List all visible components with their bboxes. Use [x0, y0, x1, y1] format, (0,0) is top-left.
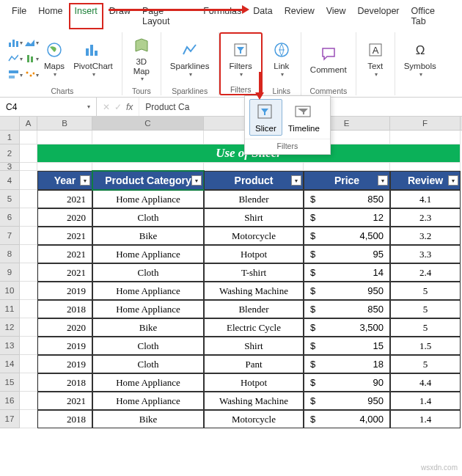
cell-review[interactable]: 5: [390, 282, 461, 300]
cell-review[interactable]: 4.1: [390, 190, 461, 208]
cell-year[interactable]: 2019: [37, 337, 92, 355]
filter-button[interactable]: ▼: [80, 175, 90, 186]
table-header-year[interactable]: Year▼: [37, 171, 92, 190]
filter-button[interactable]: ▼: [448, 175, 458, 186]
row-header-1[interactable]: 1: [0, 131, 20, 144]
table-header-price[interactable]: Price▼: [304, 171, 390, 190]
cell-product[interactable]: Shirt: [204, 208, 304, 227]
3dmap-button[interactable]: 3D Map ▾: [127, 32, 156, 85]
cell-review[interactable]: 3.3: [390, 245, 461, 263]
row-header-8[interactable]: 8: [0, 245, 20, 263]
filter-button[interactable]: ▼: [191, 175, 202, 186]
cell[interactable]: [92, 131, 204, 144]
cell[interactable]: [390, 163, 461, 171]
cell[interactable]: [20, 263, 37, 282]
cell[interactable]: [20, 300, 37, 318]
cell-product[interactable]: Pant: [204, 355, 304, 373]
cell-product[interactable]: Shirt: [204, 337, 304, 355]
maps-button[interactable]: Maps ▾: [40, 37, 69, 81]
cell-year[interactable]: 2021: [37, 392, 92, 410]
name-box[interactable]: C4 ▾: [0, 98, 97, 116]
cell[interactable]: [20, 190, 37, 208]
tab-developer[interactable]: Developer: [352, 3, 406, 29]
pivotchart-button[interactable]: PivotChart ▾: [69, 37, 117, 81]
cell-product[interactable]: Motorcycle: [204, 410, 304, 428]
tab-file[interactable]: File: [6, 3, 32, 29]
row-header-4[interactable]: 4: [0, 171, 20, 190]
col-header-C[interactable]: C: [92, 117, 204, 130]
cell[interactable]: [20, 208, 37, 227]
cell[interactable]: [20, 245, 37, 263]
chart-btn-6[interactable]: ▾: [24, 67, 39, 82]
cell-review[interactable]: 3.2: [390, 227, 461, 245]
cell-price[interactable]: $950: [304, 392, 390, 410]
cell-year[interactable]: 2019: [37, 355, 92, 373]
cell-product[interactable]: Washing Machine: [204, 282, 304, 300]
tab-office-tab[interactable]: Office Tab: [406, 3, 456, 29]
cell-category[interactable]: Cloth: [92, 337, 204, 355]
cell[interactable]: [37, 131, 92, 144]
row-header-11[interactable]: 11: [0, 300, 20, 318]
table-header-product[interactable]: Product▼: [204, 171, 304, 190]
cell[interactable]: [20, 337, 37, 355]
cell-product[interactable]: Blender: [204, 300, 304, 318]
cell-price[interactable]: $12: [304, 208, 390, 227]
cell-category[interactable]: Cloth: [92, 208, 204, 227]
cell[interactable]: [20, 163, 37, 171]
cell-product[interactable]: Hotpot: [204, 373, 304, 392]
cell[interactable]: [20, 355, 37, 373]
filters-button[interactable]: Filters ▾: [225, 37, 257, 81]
cell-price[interactable]: $850: [304, 190, 390, 208]
cancel-icon[interactable]: ✕: [103, 102, 110, 112]
cell[interactable]: [20, 410, 37, 428]
row-header-9[interactable]: 9: [0, 263, 20, 282]
cell[interactable]: [20, 282, 37, 300]
cell-category[interactable]: Bike: [92, 410, 204, 428]
cell[interactable]: [20, 373, 37, 392]
cell-year[interactable]: 2018: [37, 410, 92, 428]
cell-category[interactable]: Home Appliance: [92, 190, 204, 208]
select-all-corner[interactable]: [0, 117, 20, 130]
tab-insert[interactable]: Insert: [69, 3, 103, 29]
cell[interactable]: [20, 171, 37, 190]
tab-page-layout[interactable]: Page Layout: [136, 3, 197, 29]
comment-button[interactable]: Comment: [306, 40, 351, 78]
row-header-12[interactable]: 12: [0, 318, 20, 337]
cell-price[interactable]: $15: [304, 337, 390, 355]
row-header-16[interactable]: 16: [0, 392, 20, 410]
row-header-5[interactable]: 5: [0, 190, 20, 208]
tab-draw[interactable]: Draw: [103, 3, 136, 29]
cell[interactable]: [304, 163, 390, 171]
link-button[interactable]: Link ▾: [267, 37, 296, 81]
cell-price[interactable]: $90: [304, 373, 390, 392]
cell-price[interactable]: $950: [304, 282, 390, 300]
text-button[interactable]: A Text ▾: [361, 37, 390, 81]
cell-year[interactable]: 2018: [37, 373, 92, 392]
cell[interactable]: [92, 163, 204, 171]
tab-view[interactable]: View: [320, 3, 352, 29]
cell-year[interactable]: 2019: [37, 282, 92, 300]
chart-btn-1[interactable]: ▾: [8, 35, 23, 50]
cell-price[interactable]: $95: [304, 245, 390, 263]
cell-category[interactable]: Home Appliance: [92, 300, 204, 318]
cell-price[interactable]: $3,500: [304, 318, 390, 337]
enter-icon[interactable]: ✓: [114, 102, 122, 112]
cell[interactable]: [37, 163, 92, 171]
cell[interactable]: [20, 144, 37, 163]
cell-category[interactable]: Home Appliance: [92, 373, 204, 392]
cell-price[interactable]: $4,000: [304, 410, 390, 428]
cell-product[interactable]: Electric Cycle: [204, 318, 304, 337]
tab-data[interactable]: Data: [247, 3, 278, 29]
cell-product[interactable]: T-shirt: [204, 263, 304, 282]
cell-category[interactable]: Cloth: [92, 355, 204, 373]
chart-btn-3[interactable]: ▾: [8, 67, 23, 82]
cell-price[interactable]: $18: [304, 355, 390, 373]
row-header-13[interactable]: 13: [0, 337, 20, 355]
cell-review[interactable]: 1.5: [390, 337, 461, 355]
chart-btn-5[interactable]: ▾: [24, 51, 39, 66]
cell-review[interactable]: 2.4: [390, 263, 461, 282]
cell-product[interactable]: Blender: [204, 190, 304, 208]
cell-year[interactable]: 2018: [37, 300, 92, 318]
cell[interactable]: [20, 227, 37, 245]
cell-review[interactable]: 5: [390, 318, 461, 337]
